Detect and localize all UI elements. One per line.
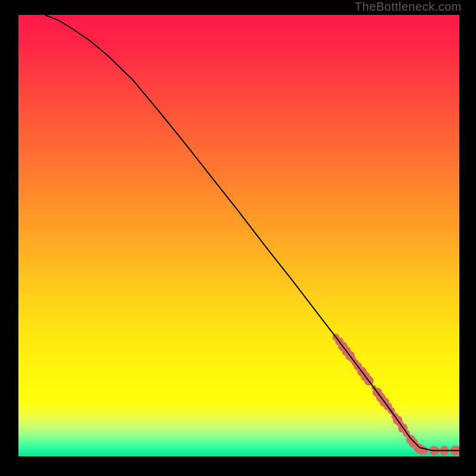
gradient-background (18, 15, 459, 456)
watermark-text: TheBottleneck.com (355, 0, 462, 14)
figure-canvas: TheBottleneck.com (0, 0, 476, 476)
plot-area (18, 15, 459, 456)
chart-svg (18, 15, 459, 456)
